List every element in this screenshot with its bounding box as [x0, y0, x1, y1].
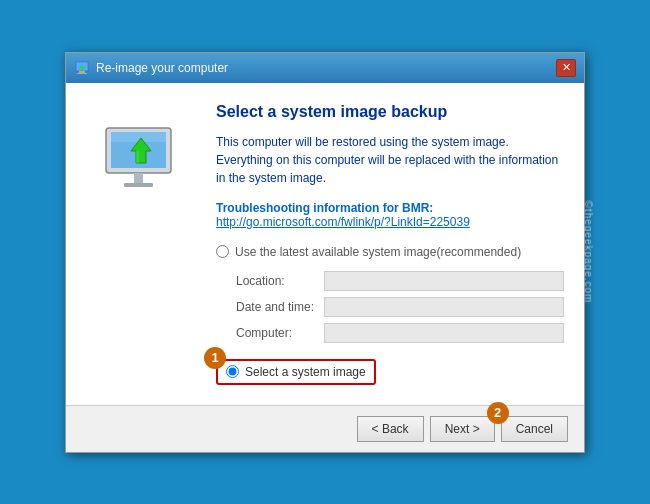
next-button[interactable]: Next >	[430, 416, 495, 442]
title-bar: Re-image your computer ✕	[66, 53, 584, 83]
date-input	[324, 297, 564, 317]
page-heading: Select a system image backup	[216, 103, 564, 121]
badge-one: 1	[204, 347, 226, 369]
latest-radio[interactable]	[216, 245, 229, 258]
date-label: Date and time:	[236, 300, 316, 314]
computer-input	[324, 323, 564, 343]
watermark: ©thegeekpage.com	[583, 201, 594, 304]
svg-rect-7	[134, 173, 143, 183]
svg-rect-8	[124, 183, 153, 187]
cancel-button[interactable]: Cancel	[501, 416, 568, 442]
latest-label: Use the latest available system image(re…	[235, 245, 521, 259]
right-panel: Select a system image backup This comput…	[216, 103, 564, 385]
title-text: Re-image your computer	[96, 61, 228, 75]
svg-rect-1	[79, 71, 85, 73]
location-input	[324, 271, 564, 291]
back-button[interactable]: < Back	[357, 416, 424, 442]
select-radio[interactable]	[226, 365, 239, 378]
computer-label: Computer:	[236, 326, 316, 340]
computer-row: Computer:	[236, 323, 564, 343]
next-button-wrapper: 2 Next >	[430, 416, 495, 442]
select-image-option[interactable]: Select a system image	[216, 359, 376, 385]
content-area: Select a system image backup This comput…	[66, 83, 584, 405]
troubleshooting-label: Troubleshooting information for BMR:	[216, 201, 564, 215]
left-panel	[86, 103, 196, 385]
title-bar-left: Re-image your computer	[74, 60, 228, 76]
badge-two: 2	[487, 402, 509, 424]
link-section: Troubleshooting information for BMR: htt…	[216, 201, 564, 229]
troubleshooting-url[interactable]: http://go.microsoft.com/fwlink/p/?LinkId…	[216, 215, 564, 229]
location-row: Location:	[236, 271, 564, 291]
description-text: This computer will be restored using the…	[216, 133, 564, 187]
svg-rect-2	[77, 73, 87, 74]
location-label: Location:	[236, 274, 316, 288]
bottom-bar: < Back 2 Next > Cancel	[66, 405, 584, 452]
computer-restore-icon	[96, 113, 186, 198]
select-image-label: Select a system image	[245, 365, 366, 379]
date-row: Date and time:	[236, 297, 564, 317]
form-fields: Location: Date and time: Computer:	[236, 271, 564, 343]
svg-marker-10	[136, 151, 139, 163]
latest-image-option[interactable]: Use the latest available system image(re…	[216, 245, 564, 259]
dialog-window: Re-image your computer ✕	[65, 52, 585, 453]
close-button[interactable]: ✕	[556, 59, 576, 77]
title-icon	[74, 60, 90, 76]
